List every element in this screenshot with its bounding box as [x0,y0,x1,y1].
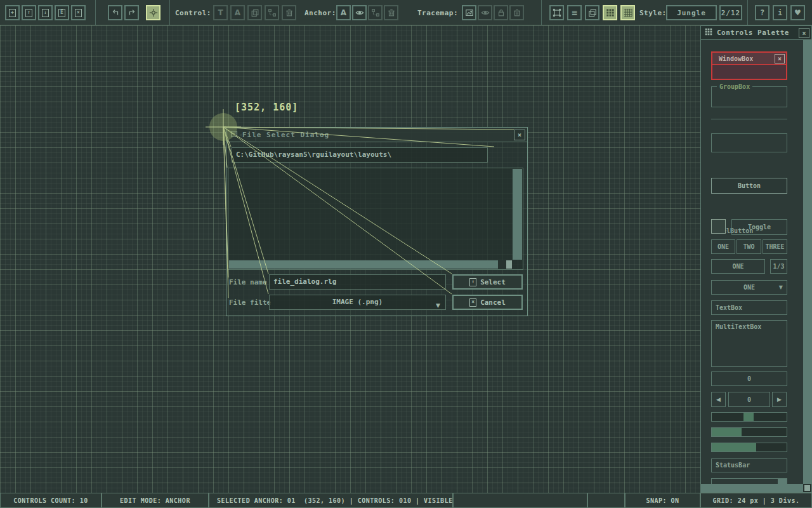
snap-grid-icon [624,8,632,17]
palette-item-progressbar[interactable] [711,443,787,452]
palette-item-statusbar[interactable]: StatusBar [711,458,787,472]
open-file-button[interactable]: ↑ [22,5,36,20]
palette-item-combobox[interactable]: ONE [711,259,765,274]
palette-item-togglegroup-two[interactable]: TWO [737,239,761,254]
select-button[interactable]: ↑ Select [452,274,523,290]
path-textbox[interactable]: C:\GitHub\raysan5\rguilayout\layouts\ [232,147,488,163]
control-section-label: Control: [175,0,211,25]
export-file-button[interactable]: E [55,5,69,20]
control-delete-button[interactable] [282,5,296,20]
palette-close-button[interactable]: × [799,28,809,38]
file-listview[interactable] [228,168,523,270]
file-name-textbox[interactable]: file_dialog.rlg [269,274,446,290]
controls-palette-window[interactable]: Controls Palette × WindowBox × GroupBox … [700,25,812,493]
palette-item-toggle[interactable]: Toggle [731,219,787,235]
listview-horizontal-scrollbar[interactable] [229,260,512,269]
undo-icon [111,8,120,17]
file-export-icon: E [58,9,65,17]
status-empty-segment [587,493,625,508]
dialog-titlebar[interactable]: File Select Dialog × [226,128,527,142]
palette-item-textbox[interactable]: TextBox [711,300,787,315]
palette-item-combobox-counter[interactable]: 1/3 [770,259,787,274]
progressbar-fill [712,443,756,451]
palette-item-spinner-right[interactable]: ▶ [772,392,787,407]
control-unlink-button[interactable] [265,5,279,20]
status-edit-mode: EDIT MODE: ANCHOR [102,493,209,508]
new-file-button[interactable]: + [5,5,20,20]
close-file-button[interactable]: × [71,5,86,20]
main-toolbar: + ↑ ↓ E × Control: T A Anchor: A Tracema… [0,0,812,25]
palette-item-panel[interactable] [711,133,787,152]
status-empty-segment [453,493,587,508]
file-name-label: File name [229,278,267,286]
scrollbar-handle[interactable] [506,260,512,269]
window-icon [230,130,238,140]
file-filter-dropdown[interactable]: IMAGE (.png) ▼ [269,295,446,310]
layout-windowbox-file-select-dialog[interactable]: File Select Dialog × C:\GitHub\raysan5\r… [226,127,528,316]
status-selection-info: SELECTED ANCHOR: 01 (352, 160) | CONTROL… [209,493,453,508]
grid-toggle-button[interactable] [603,5,617,20]
text-tool-icon: T [218,9,223,17]
info-button[interactable]: i [773,5,787,20]
palette-item-valuebox[interactable]: 0 [711,371,787,386]
palette-item-togglegroup-one[interactable]: ONE [711,239,735,254]
slider-handle[interactable] [743,413,754,421]
style-name-button[interactable]: Jungle [666,5,717,20]
tracemap-delete-button[interactable] [509,5,524,20]
anchor-hide-button[interactable] [352,5,367,20]
palette-item-sliderbar[interactable] [711,427,787,437]
palette-item-button[interactable]: Button [711,178,787,194]
palette-item-dropdownbox[interactable]: ONE ▼ [711,280,787,295]
sponsor-button[interactable]: ♥ [790,5,805,20]
layers-panel-button[interactable] [585,5,599,20]
file-filter-label: File filte [229,298,271,307]
close-icon: × [802,30,806,37]
snap-toggle-button[interactable] [620,5,635,20]
palette-item-spinner-left[interactable]: ◀ [711,392,726,407]
listview-vertical-scrollbar[interactable] [513,169,522,260]
palette-item-line[interactable] [711,119,787,119]
scrollbar-notch [498,260,506,269]
tracemap-section-label: Tracemap: [417,0,458,25]
palette-item-checkbox[interactable] [711,219,726,234]
trash-icon [387,8,396,17]
control-edit-name-button[interactable]: A [230,5,245,20]
tracemap-load-button[interactable] [462,5,476,20]
palette-item-groupbox[interactable]: GroupBox [711,86,787,107]
palette-item-multitextbox[interactable]: MultiTextBox [711,320,787,367]
help-button[interactable]: ? [755,5,769,20]
save-file-button[interactable]: ↓ [38,5,53,20]
status-bar: CONTROLS COUNT: 10 EDIT MODE: ANCHOR SEL… [0,493,812,508]
undo-button[interactable] [108,5,122,20]
palette-item-windowbox[interactable]: WindowBox × [711,51,787,80]
anchor-mode-button[interactable] [146,5,160,20]
anchor-section-label: Anchor: [304,0,336,25]
palette-horizontal-scrollbar[interactable] [701,484,803,492]
palette-item-spinner-value[interactable]: 0 [728,392,770,407]
tracemap-hide-button[interactable] [478,5,492,20]
file-new-icon: + [9,9,16,17]
redo-button[interactable] [124,5,139,20]
palette-item-togglegroup-three[interactable]: THREE [763,239,787,254]
control-rect-mode-button[interactable] [549,5,564,20]
windowbox-close-icon: × [775,54,785,64]
toolbar-separator [541,0,542,25]
trash-icon [513,8,521,17]
eye-icon [355,8,364,17]
control-duplicate-button[interactable] [247,5,262,20]
control-order-button[interactable]: ≡ [567,5,582,20]
anchor-edit-button[interactable]: A [336,5,351,20]
palette-item-slider[interactable] [711,412,787,422]
resize-icon [553,8,561,17]
palette-titlebar[interactable]: Controls Palette × [701,26,811,40]
toolbar-separator [95,0,96,25]
status-snap: SNAP: ON [625,493,700,508]
control-edit-text-button[interactable]: T [213,5,228,20]
cancel-button[interactable]: × Cancel [452,295,523,310]
anchor-unlink-button[interactable] [368,5,383,20]
tracemap-lock-button[interactable] [494,5,508,20]
anchor-delete-button[interactable] [384,5,398,20]
dialog-close-button[interactable]: × [514,130,525,140]
style-index-button[interactable]: 2/12 [719,5,742,20]
palette-vertical-scrollbar[interactable] [803,40,811,484]
